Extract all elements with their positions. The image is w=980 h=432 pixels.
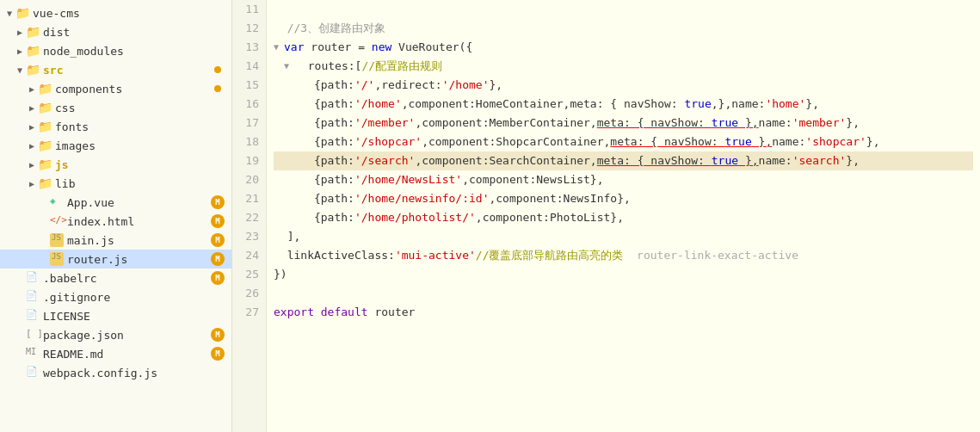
sidebar-item-label: App.vue	[67, 196, 114, 209]
sidebar-item-images[interactable]: ▶ 📁 images	[0, 136, 231, 155]
code-normal: })	[274, 265, 287, 284]
keyword-export: export default	[274, 303, 368, 322]
code-normal: router =	[305, 38, 372, 57]
code-line-15: {path: '/' ,redirect: '/home' },	[274, 76, 973, 95]
sidebar-item-label: components	[55, 83, 122, 96]
code-normal: ],	[274, 227, 300, 246]
code-normal: {path:	[274, 151, 354, 170]
comment-text: //3、创建路由对象	[274, 19, 385, 38]
line-num: 21	[239, 189, 259, 208]
string-val: '/home'	[354, 95, 402, 114]
code-normal: ,component:NewsList},	[462, 170, 603, 189]
sidebar-item-babelrc[interactable]: 📄 .babelrc M	[0, 268, 231, 287]
code-line-16: {path: '/home' ,component:HomeContainer,…	[274, 95, 973, 114]
sidebar-item-label: node_modules	[43, 45, 124, 58]
sidebar-item-router-js[interactable]: JS router.js M	[0, 250, 231, 268]
underline-bool: true	[712, 151, 738, 170]
sidebar-item-lib[interactable]: ▶ 📁 lib	[0, 174, 231, 193]
generic-file-icon: [ ]	[26, 328, 40, 342]
code-line-27: export default router	[274, 303, 973, 322]
string-val: '/home/photolist/'	[354, 208, 476, 227]
code-line-20: {path: '/home/NewsList' ,component:NewsL…	[274, 170, 973, 189]
sidebar-item-license[interactable]: 📄 LICENSE	[0, 306, 231, 325]
sidebar-item-app-vue[interactable]: ◈ App.vue M	[0, 193, 231, 212]
code-normal: },	[866, 133, 880, 151]
keyword-var: var	[284, 38, 304, 57]
sidebar-item-label: webpack.config.js	[43, 367, 157, 380]
sidebar-item-src[interactable]: ▼ 📁 src	[0, 60, 231, 79]
code-line-23: ],	[274, 227, 973, 246]
code-line-24: linkActiveClass: 'mui-active' //覆盖底部导航路由…	[274, 246, 973, 265]
sidebar-item-package-json[interactable]: [ ] package.json M	[0, 325, 231, 344]
line-numbers: 11 12 13 14 15 16 17 18 19 20 21 22 23 2…	[232, 0, 267, 432]
sidebar-item-label: .babelrc	[43, 272, 97, 285]
keyword-new: new	[372, 38, 391, 57]
fold-icon: ▼	[274, 57, 294, 76]
folder-icon: 📁	[38, 101, 52, 114]
underline-bool: true	[712, 114, 738, 133]
modified-badge: M	[211, 195, 225, 209]
underline-bool: true	[724, 133, 751, 151]
string-search-name: 'search'	[792, 151, 847, 170]
sidebar-item-fonts[interactable]: ▶ 📁 fonts	[0, 117, 231, 136]
modified-badge: M	[211, 347, 225, 361]
sidebar-item-label: css	[55, 102, 75, 114]
sidebar-item-readme[interactable]: MI README.md M	[0, 344, 231, 363]
modified-dot	[214, 85, 221, 92]
fold-icon: ▼	[274, 38, 284, 57]
sidebar-item-dist[interactable]: ▶ 📁 dist	[0, 22, 231, 41]
tree-arrow: ▶	[26, 122, 38, 132]
sidebar-item-label: dist	[43, 26, 70, 39]
string-val: '/home'	[442, 76, 490, 95]
string-val: 'member'	[792, 114, 847, 133]
code-normal: },	[846, 114, 860, 133]
sidebar-item-css[interactable]: ▶ 📁 css	[0, 98, 231, 117]
underline-end: },	[752, 133, 772, 151]
underline-meta: meta: { navShow:	[597, 114, 712, 133]
sidebar-item-label: main.js	[67, 234, 114, 247]
code-normal: name:	[772, 133, 805, 151]
line-num: 24	[239, 246, 259, 265]
sidebar-item-vue-cms[interactable]: ▼ 📁 vue-cms	[0, 3, 231, 22]
file-tree[interactable]: ▼ 📁 vue-cms ▶ 📁 dist ▶ 📁 node_modules ▼ …	[0, 0, 232, 432]
underline-meta: meta: { navShow:	[610, 133, 724, 151]
code-line-12: //3、创建路由对象	[274, 19, 973, 38]
sidebar-item-index-html[interactable]: </> index.html M	[0, 212, 231, 231]
code-normal: ,component:ShopcarContainer,	[422, 133, 610, 151]
code-normal: name:	[759, 151, 792, 170]
folder-icon: 📁	[38, 120, 52, 133]
sidebar-item-js[interactable]: ▶ 📁 js	[0, 155, 231, 174]
code-area: 11 12 13 14 15 16 17 18 19 20 21 22 23 2…	[232, 0, 980, 432]
code-line-22: {path: '/home/photolist/' ,component:Pho…	[274, 208, 973, 227]
string-val: '/home/newsinfo/:id'	[354, 189, 490, 208]
sidebar-item-components[interactable]: ▶ 📁 components	[0, 79, 231, 98]
generic-file-icon: 📄	[26, 309, 40, 323]
modified-badge: M	[211, 271, 225, 285]
sidebar-item-label: js	[55, 158, 69, 171]
sidebar-item-main-js[interactable]: JS main.js M	[0, 231, 231, 250]
sidebar-item-label: router.js	[67, 253, 127, 266]
string-val: '/member'	[354, 114, 415, 133]
code-normal: },	[805, 95, 819, 114]
line-num: 22	[239, 208, 259, 227]
sidebar-item-label: vue-cms	[33, 7, 80, 20]
sidebar-item-label: LICENSE	[43, 310, 90, 323]
code-normal: {path:	[274, 208, 354, 227]
sidebar-item-label: src	[43, 64, 63, 77]
js-file-icon: JS	[50, 252, 64, 266]
sidebar-item-gitignore[interactable]: 📄 .gitignore	[0, 287, 231, 306]
tree-arrow: ▶	[26, 179, 38, 188]
folder-icon: 📁	[26, 44, 40, 58]
sidebar-item-webpack-config[interactable]: 📄 webpack.config.js	[0, 363, 231, 382]
code-normal: {path:	[274, 76, 354, 95]
code-line-14: ▼ routes:[ //配置路由规则	[274, 57, 973, 76]
vue-file-icon: ◈	[50, 195, 64, 209]
generic-file-icon: 📄	[26, 290, 40, 304]
underline-meta: meta: { navShow:	[597, 151, 712, 170]
code-editor: 11 12 13 14 15 16 17 18 19 20 21 22 23 2…	[232, 0, 980, 432]
string-val: 'home'	[765, 95, 805, 114]
code-content[interactable]: //3、创建路由对象 ▼ var router = new VueRouter(…	[267, 0, 980, 432]
sidebar-item-node-modules[interactable]: ▶ 📁 node_modules	[0, 41, 231, 60]
folder-icon: 📁	[26, 25, 40, 39]
underline-end: },	[738, 151, 758, 170]
